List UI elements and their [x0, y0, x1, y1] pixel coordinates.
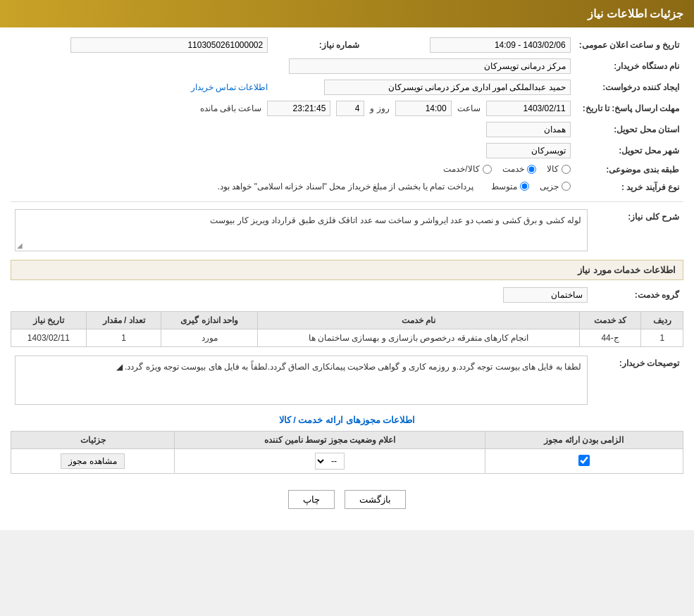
cell-tarikh: 1403/02/11: [11, 329, 87, 347]
col-tedad: تعداد / مقدار: [86, 312, 161, 329]
tabaghe-kala-khedmat-radio[interactable]: [483, 165, 492, 174]
nav-jozii-label: جزیی: [540, 182, 559, 191]
sharh-niaz-box: لوله کشی و برق کشی و نصب دو عدد ایرواشر …: [15, 209, 588, 251]
ostan-label: استان محل تحویل:: [575, 119, 683, 140]
buttons-row: بازگشت چاپ: [11, 479, 683, 523]
nav-note: پرداخت تمام یا بخشی از مبلغ خریداز محل "…: [218, 182, 473, 191]
ealam-select[interactable]: --: [315, 453, 345, 470]
buyer-notes-table: توصیحات خریدار: لطفا به فایل های بیوست ت…: [11, 353, 683, 408]
mohlat-time-input[interactable]: [395, 101, 452, 116]
buyer-notes-label: توصیحات خریدار:: [592, 353, 683, 408]
mohlat-rooz-label: روز و: [370, 103, 389, 113]
grooh-label: گروه خدمت:: [592, 284, 683, 306]
print-button[interactable]: چاپ: [288, 490, 335, 509]
buyer-notes-value-cell: لطفا به فایل های بیوست توجه گردد.و روزمه…: [11, 353, 592, 408]
col-kod: کد خدمت: [579, 312, 641, 329]
ijad-konande-input[interactable]: [324, 80, 571, 95]
main-info-table: تاریخ و ساعت اعلان عمومی: شماره نیاز: نا…: [11, 34, 683, 196]
grooh-input[interactable]: [503, 287, 588, 303]
shomara-niaz-input[interactable]: [70, 37, 268, 53]
mohlat-rooz-input[interactable]: [336, 101, 364, 116]
lic-elzami-cell: [485, 449, 683, 474]
buyer-resize-handle[interactable]: ◢: [116, 362, 123, 372]
nav-motaset-label: متوسط: [491, 182, 517, 191]
shahr-label: شهر محل تحویل:: [575, 140, 683, 161]
sharh-niaz-label: شرح کلی نیاز:: [592, 206, 683, 254]
mohlat-date-input[interactable]: [486, 101, 571, 116]
elzami-checkbox[interactable]: [578, 455, 590, 466]
lic-joziat-cell: مشاهده مجوز: [11, 449, 175, 474]
mohlat-label: مهلت ارسال پاسخ: تا تاریخ:: [575, 98, 683, 119]
lic-col-ealam: اعلام وضعیت مجوز توسط نامین کننده: [175, 432, 485, 449]
lic-ealam-cell: --: [175, 449, 485, 474]
page-header: جزئیات اطلاعات نیاز: [0, 0, 694, 27]
tabaghe-khedmat-label: خدمت: [502, 164, 524, 174]
mohlat-remaining-label: ساعت باقی مانده: [200, 103, 262, 113]
col-vahed: واحد اندازه گیری: [161, 312, 258, 329]
tarikh-input[interactable]: [430, 37, 571, 53]
mohlat-time-label: ساعت: [457, 103, 481, 113]
mohlat-remaining-input[interactable]: [267, 101, 330, 116]
sharh-niaz-text: لوله کشی و برق کشی و نصب دو عدد ایرواشر …: [210, 215, 581, 225]
buyer-notes-text: لطفا به فایل های بیوست توجه گردد.و روزمه…: [125, 362, 581, 372]
ostan-input[interactable]: [486, 122, 571, 137]
nam-dastgah-label: نام دستگاه خریدار:: [575, 56, 683, 77]
etela-tamas-link[interactable]: اطلاعات تماس خریدار: [191, 82, 268, 92]
nav-farayand-value-cell: جزیی متوسط پرداخت تمام یا بخشی از مبلغ خ…: [11, 179, 575, 196]
col-radif: ردیف: [641, 312, 683, 329]
sharh-niaz-value-cell: لوله کشی و برق کشی و نصب دو عدد ایرواشر …: [11, 206, 592, 254]
mohlat-value-cell: ساعت روز و ساعت باقی مانده: [11, 98, 575, 119]
nam-dastgah-input[interactable]: [289, 58, 571, 74]
tabaghe-value-cell: کالا خدمت کالا/خدمت: [11, 161, 575, 179]
tabaghe-kala-label: کالا: [547, 164, 559, 174]
cell-vahed: مورد: [161, 329, 258, 347]
tabaghe-kala-radio[interactable]: [562, 165, 571, 174]
grooh-table: گروه خدمت:: [11, 284, 683, 306]
services-table: ردیف کد خدمت نام خدمت واحد اندازه گیری ت…: [11, 311, 683, 347]
tabaghe-khedmat-radio[interactable]: [527, 165, 536, 174]
nav-jozii-radio[interactable]: [562, 182, 571, 191]
licenses-link[interactable]: اطلاعات مجوزهای ارائه خدمت / کالا: [11, 415, 683, 425]
shomara-niaz-value-cell: [11, 34, 272, 56]
lic-col-joziat: جزئیات: [11, 432, 175, 449]
cell-kod: ج-44: [579, 329, 641, 347]
tarikh-value-cell: [385, 34, 574, 56]
licenses-row: -- مشاهده مجوز: [11, 449, 683, 474]
cell-nam: انجام کارهای متفرقه درخصوص بازسازی و بهس…: [258, 329, 580, 347]
view-license-button[interactable]: مشاهده مجوز: [61, 453, 124, 469]
tabaghe-label: طبقه بندی موضوعی:: [575, 161, 683, 179]
nam-dastgah-value-cell: [11, 56, 575, 77]
ijad-konande-value-cell: [272, 77, 574, 98]
lic-col-elzami: الزامی بودن ارائه مجوز: [485, 432, 683, 449]
tarikh-label: تاریخ و ساعت اعلان عمومی:: [575, 34, 683, 56]
etela-tamas-cell: اطلاعات تماس خریدار: [11, 77, 272, 98]
khadamat-section-header: اطلاعات خدمات مورد نیاز: [11, 260, 683, 280]
table-row: 1 ج-44 انجام کارهای متفرقه درخصوص بازساز…: [11, 329, 683, 347]
col-tarikh: تاریخ نیاز: [11, 312, 87, 329]
ijad-konande-label: ایجاد کننده درخواست:: [575, 77, 683, 98]
page-title: جزئیات اطلاعات نیاز: [588, 8, 683, 20]
nav-motaset-radio[interactable]: [520, 182, 529, 191]
col-nam: نام خدمت: [258, 312, 580, 329]
ostan-value-cell: [11, 119, 575, 140]
buyer-notes-box: لطفا به فایل های بیوست توجه گردد.و روزمه…: [15, 356, 588, 405]
cell-radif: 1: [641, 329, 683, 347]
shahr-value-cell: [11, 140, 575, 161]
sharh-niaz-table: شرح کلی نیاز: لوله کشی و برق کشی و نصب د…: [11, 206, 683, 254]
back-button[interactable]: بازگشت: [345, 490, 406, 509]
licenses-table: الزامی بودن ارائه مجوز اعلام وضعیت مجوز …: [11, 431, 683, 474]
shahr-input[interactable]: [486, 143, 571, 158]
tabaghe-kala-khedmat-label: کالا/خدمت: [443, 164, 479, 174]
nav-farayand-label: نوع فرآیند خرید :: [575, 179, 683, 196]
licenses-section: اطلاعات مجوزهای ارائه خدمت / کالا الزامی…: [11, 415, 683, 474]
grooh-value-cell: [11, 284, 592, 306]
resize-handle[interactable]: ◢: [17, 241, 23, 249]
cell-tedad: 1: [86, 329, 161, 347]
shomara-niaz-label: شماره نیاز:: [272, 34, 364, 56]
